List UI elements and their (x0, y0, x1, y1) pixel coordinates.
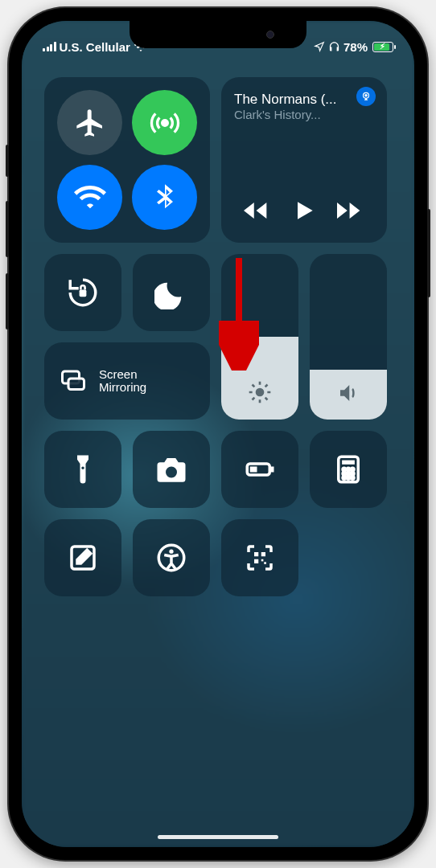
svg-point-26 (343, 477, 346, 480)
headphones-icon (328, 41, 340, 53)
home-indicator[interactable] (158, 835, 278, 839)
connectivity-group[interactable] (44, 77, 210, 243)
svg-point-28 (352, 477, 355, 480)
svg-rect-5 (68, 379, 84, 390)
svg-rect-34 (254, 559, 258, 563)
airplane-mode-toggle[interactable] (57, 90, 122, 155)
carrier-label: U.S. Cellular (60, 40, 130, 54)
volume-icon (336, 381, 360, 405)
svg-point-31 (169, 550, 173, 554)
airplay-icon[interactable] (356, 87, 376, 106)
volume-slider[interactable] (310, 254, 387, 420)
iphone-frame: U.S. Cellular 78% ⚡︎ (9, 8, 427, 860)
svg-point-0 (162, 120, 167, 125)
svg-point-6 (256, 388, 265, 397)
svg-rect-17 (250, 467, 257, 473)
svg-rect-33 (261, 552, 265, 556)
calculator-button[interactable] (310, 431, 387, 508)
camera-button[interactable] (133, 431, 210, 508)
svg-rect-19 (342, 461, 355, 465)
battery-icon: ⚡︎ (372, 42, 393, 52)
svg-rect-32 (254, 552, 258, 556)
accessibility-button[interactable] (133, 519, 210, 596)
play-button[interactable] (286, 193, 322, 228)
media-playback-tile[interactable]: The Normans (... Clark's History... (221, 77, 387, 243)
svg-point-2 (365, 95, 367, 96)
svg-point-27 (347, 477, 350, 480)
svg-point-25 (352, 473, 355, 476)
svg-line-12 (265, 398, 268, 400)
screen-mirroring-button[interactable]: Screen Mirroring (44, 342, 210, 420)
side-button (427, 209, 430, 297)
svg-point-24 (347, 473, 350, 476)
mute-switch (6, 145, 9, 177)
media-title: The Normans (... (234, 92, 374, 108)
brightness-slider[interactable] (221, 254, 298, 420)
brightness-icon (247, 379, 273, 405)
cellular-data-toggle[interactable] (132, 90, 197, 155)
svg-rect-3 (80, 290, 87, 297)
screen: U.S. Cellular 78% ⚡︎ (22, 21, 414, 847)
control-center: The Normans (... Clark's History... (44, 77, 392, 608)
battery-percent: 78% (343, 40, 368, 54)
screen-mirroring-label: Screen Mirroring (99, 368, 146, 395)
fast-forward-button[interactable] (333, 193, 368, 228)
svg-line-14 (265, 385, 268, 387)
wifi-toggle[interactable] (57, 165, 122, 230)
svg-point-23 (343, 473, 346, 476)
svg-line-13 (253, 398, 255, 400)
flashlight-button[interactable] (44, 431, 121, 508)
orientation-lock-toggle[interactable] (44, 254, 121, 331)
location-icon (314, 41, 325, 52)
volume-up-button (6, 201, 9, 257)
notes-button[interactable] (44, 519, 121, 596)
cellular-signal-icon (43, 42, 56, 51)
qr-scanner-button[interactable] (221, 519, 298, 596)
rewind-button[interactable] (240, 193, 275, 228)
charging-bolt-icon: ⚡︎ (380, 42, 385, 51)
do-not-disturb-toggle[interactable] (133, 254, 210, 331)
svg-rect-36 (264, 562, 266, 564)
media-subtitle: Clark's History... (234, 108, 374, 121)
volume-down-button (6, 273, 9, 330)
svg-point-20 (343, 468, 346, 471)
svg-point-22 (352, 468, 355, 471)
svg-point-21 (347, 468, 350, 471)
low-power-mode-toggle[interactable] (221, 431, 298, 508)
svg-line-11 (253, 385, 255, 387)
notch (130, 21, 306, 48)
front-camera-icon (266, 31, 274, 39)
bluetooth-toggle[interactable] (132, 165, 197, 230)
svg-rect-35 (261, 559, 264, 562)
